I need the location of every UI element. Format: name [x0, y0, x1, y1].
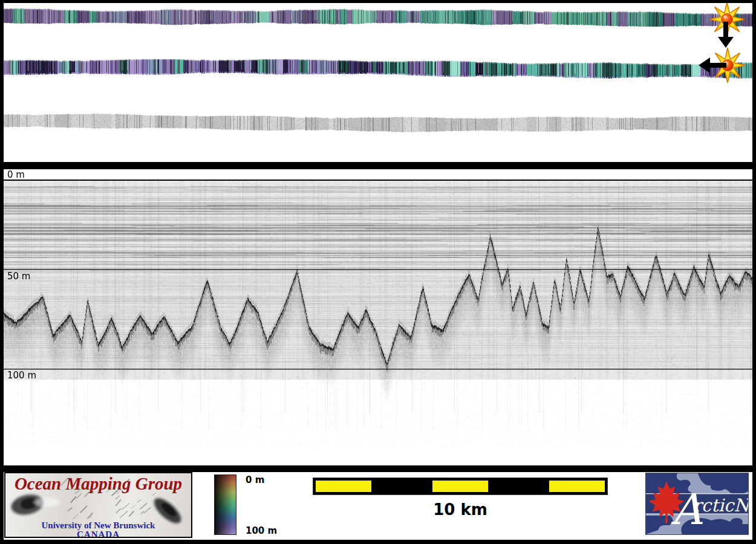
survey-composite-figure: 0 m 50 m 100 m Ocean Mapping Group Unive…: [0, 0, 756, 544]
color-scale-bottom-label: 100 m: [246, 525, 277, 536]
arrow-down-icon: [717, 22, 735, 48]
map-scale-bar: [313, 478, 607, 494]
depth-label-100m: 100 m: [7, 371, 36, 380]
arcticnet-wordmark-rest: rcticNet: [693, 495, 748, 516]
depth-label-0m: 0 m: [7, 170, 25, 180]
ocean-mapping-group-logo: Ocean Mapping Group University of New Br…: [4, 472, 192, 538]
scale-bar-segment-yellow: [316, 481, 371, 492]
frame-right: [752, 0, 756, 544]
subbottom-echogram: [4, 169, 752, 465]
scale-bar-segment-black: [374, 478, 429, 494]
arcticnet-logo: A rcticNet: [645, 473, 749, 535]
depth-label-50m: 50 m: [7, 271, 30, 281]
color-scale-top-label: 0 m: [246, 474, 264, 485]
multibeam-swath-line-1: [4, 6, 752, 27]
panel-divider-upper: [0, 162, 756, 169]
depth-color-scale: [214, 474, 236, 535]
backscatter-swath-line: [4, 112, 752, 133]
panel-divider-lower: [0, 465, 756, 472]
arcticnet-art: A rcticNet: [646, 473, 748, 534]
scale-bar-label: 10 km: [313, 500, 607, 519]
color-scale-shading: [215, 475, 236, 534]
frame-bottom: [0, 540, 756, 544]
multibeam-swath-line-2: [4, 59, 752, 80]
frame-top: [0, 0, 756, 3]
frame-left: [0, 0, 4, 544]
omg-title: Ocean Mapping Group: [5, 474, 191, 494]
scale-bar-segment-yellow: [432, 481, 488, 492]
omg-country: CANADA: [5, 529, 191, 538]
scale-bar-segment-black: [490, 478, 546, 494]
scale-bar-segment-yellow: [549, 481, 605, 492]
arrow-left-icon: [697, 56, 726, 74]
